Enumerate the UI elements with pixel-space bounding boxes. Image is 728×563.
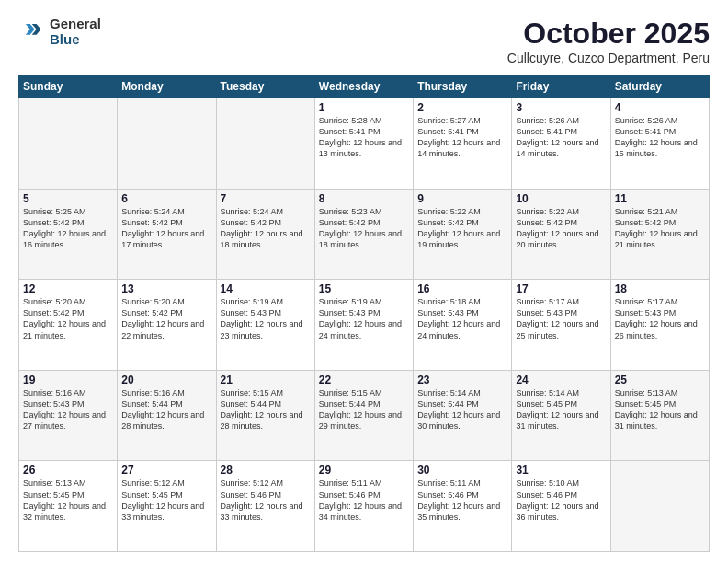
day-info: Sunrise: 5:14 AMSunset: 5:45 PMDaylight:… — [516, 387, 606, 432]
day-info: Sunrise: 5:11 AMSunset: 5:46 PMDaylight:… — [417, 477, 507, 523]
day-number: 30 — [417, 464, 507, 477]
calendar-day-cell: 11Sunrise: 5:21 AMSunset: 5:42 PMDayligh… — [610, 189, 709, 280]
page: General Blue October 2025 Cullcuyre, Cuz… — [0, 0, 728, 563]
day-number: 12 — [23, 282, 113, 295]
calendar-week-row: 1Sunrise: 5:28 AMSunset: 5:41 PMDaylight… — [19, 98, 710, 190]
day-info: Sunrise: 5:27 AMSunset: 5:41 PMDaylight:… — [417, 115, 507, 160]
calendar-day-cell: 13Sunrise: 5:20 AMSunset: 5:42 PMDayligh… — [118, 280, 216, 371]
day-number: 18 — [615, 282, 705, 295]
day-info: Sunrise: 5:17 AMSunset: 5:43 PMDaylight:… — [516, 296, 606, 341]
calendar-week-row: 26Sunrise: 5:13 AMSunset: 5:45 PMDayligh… — [19, 461, 710, 552]
svg-marker-1 — [26, 23, 35, 34]
weekday-header: Friday — [512, 75, 610, 98]
day-info: Sunrise: 5:16 AMSunset: 5:43 PMDaylight:… — [23, 387, 113, 432]
day-number: 17 — [516, 282, 606, 295]
calendar-day-cell: 19Sunrise: 5:16 AMSunset: 5:43 PMDayligh… — [19, 370, 118, 461]
day-number: 5 — [23, 192, 113, 205]
day-info: Sunrise: 5:10 AMSunset: 5:46 PMDaylight:… — [516, 477, 606, 523]
month-title: October 2025 — [507, 17, 710, 51]
day-info: Sunrise: 5:20 AMSunset: 5:42 PMDaylight:… — [121, 296, 211, 341]
day-number: 7 — [221, 192, 311, 205]
day-number: 8 — [319, 192, 409, 205]
calendar-header-row: SundayMondayTuesdayWednesdayThursdayFrid… — [19, 75, 710, 98]
calendar-day-cell: 3Sunrise: 5:26 AMSunset: 5:41 PMDaylight… — [512, 98, 610, 190]
day-info: Sunrise: 5:13 AMSunset: 5:45 PMDaylight:… — [23, 477, 113, 523]
calendar-day-cell: 28Sunrise: 5:12 AMSunset: 5:46 PMDayligh… — [216, 461, 314, 552]
day-info: Sunrise: 5:25 AMSunset: 5:42 PMDaylight:… — [23, 206, 113, 251]
logo-text: General Blue — [50, 17, 101, 47]
day-info: Sunrise: 5:18 AMSunset: 5:43 PMDaylight:… — [417, 296, 507, 341]
calendar-day-cell: 1Sunrise: 5:28 AMSunset: 5:41 PMDaylight… — [314, 98, 413, 190]
day-info: Sunrise: 5:17 AMSunset: 5:43 PMDaylight:… — [615, 296, 705, 341]
day-info: Sunrise: 5:22 AMSunset: 5:42 PMDaylight:… — [516, 206, 606, 251]
logo-icon — [18, 19, 44, 45]
calendar-week-row: 19Sunrise: 5:16 AMSunset: 5:43 PMDayligh… — [19, 370, 710, 461]
day-info: Sunrise: 5:22 AMSunset: 5:42 PMDaylight:… — [417, 206, 507, 251]
day-number: 4 — [615, 101, 705, 114]
location-subtitle: Cullcuyre, Cuzco Department, Peru — [507, 51, 710, 65]
calendar-week-row: 5Sunrise: 5:25 AMSunset: 5:42 PMDaylight… — [19, 189, 710, 280]
day-number: 25 — [615, 373, 705, 386]
weekday-header: Monday — [118, 75, 216, 98]
day-number: 22 — [319, 373, 409, 386]
day-info: Sunrise: 5:14 AMSunset: 5:44 PMDaylight:… — [417, 387, 507, 432]
calendar-day-cell: 8Sunrise: 5:23 AMSunset: 5:42 PMDaylight… — [314, 189, 413, 280]
calendar-day-cell — [19, 98, 118, 190]
calendar-day-cell: 6Sunrise: 5:24 AMSunset: 5:42 PMDaylight… — [118, 189, 216, 280]
calendar-week-row: 12Sunrise: 5:20 AMSunset: 5:42 PMDayligh… — [19, 280, 710, 371]
calendar-day-cell: 14Sunrise: 5:19 AMSunset: 5:43 PMDayligh… — [216, 280, 314, 371]
weekday-header: Sunday — [19, 75, 118, 98]
calendar-day-cell: 5Sunrise: 5:25 AMSunset: 5:42 PMDaylight… — [19, 189, 118, 280]
calendar-day-cell: 29Sunrise: 5:11 AMSunset: 5:46 PMDayligh… — [314, 461, 413, 552]
day-number: 21 — [221, 373, 311, 386]
day-number: 26 — [23, 464, 113, 477]
day-number: 10 — [516, 192, 606, 205]
day-number: 28 — [221, 464, 311, 477]
day-info: Sunrise: 5:13 AMSunset: 5:45 PMDaylight:… — [615, 387, 705, 432]
calendar-day-cell: 7Sunrise: 5:24 AMSunset: 5:42 PMDaylight… — [216, 189, 314, 280]
calendar-day-cell: 9Sunrise: 5:22 AMSunset: 5:42 PMDaylight… — [414, 189, 512, 280]
day-number: 9 — [417, 192, 507, 205]
calendar-day-cell: 27Sunrise: 5:12 AMSunset: 5:45 PMDayligh… — [118, 461, 216, 552]
day-number: 1 — [319, 101, 409, 114]
calendar-day-cell: 22Sunrise: 5:15 AMSunset: 5:44 PMDayligh… — [314, 370, 413, 461]
day-number: 23 — [417, 373, 507, 386]
day-info: Sunrise: 5:24 AMSunset: 5:42 PMDaylight:… — [121, 206, 211, 251]
logo-blue: Blue — [50, 32, 101, 48]
day-number: 15 — [319, 282, 409, 295]
day-info: Sunrise: 5:11 AMSunset: 5:46 PMDaylight:… — [319, 477, 409, 523]
day-info: Sunrise: 5:26 AMSunset: 5:41 PMDaylight:… — [615, 115, 705, 160]
calendar-day-cell: 10Sunrise: 5:22 AMSunset: 5:42 PMDayligh… — [512, 189, 610, 280]
calendar-day-cell — [216, 98, 314, 190]
calendar-day-cell: 31Sunrise: 5:10 AMSunset: 5:46 PMDayligh… — [512, 461, 610, 552]
day-number: 31 — [516, 464, 606, 477]
calendar-day-cell: 26Sunrise: 5:13 AMSunset: 5:45 PMDayligh… — [19, 461, 118, 552]
calendar-day-cell: 17Sunrise: 5:17 AMSunset: 5:43 PMDayligh… — [512, 280, 610, 371]
calendar-day-cell: 16Sunrise: 5:18 AMSunset: 5:43 PMDayligh… — [414, 280, 512, 371]
day-number: 6 — [121, 192, 211, 205]
calendar-day-cell: 20Sunrise: 5:16 AMSunset: 5:44 PMDayligh… — [118, 370, 216, 461]
day-number: 19 — [23, 373, 113, 386]
day-info: Sunrise: 5:12 AMSunset: 5:46 PMDaylight:… — [221, 477, 311, 523]
weekday-header: Thursday — [414, 75, 512, 98]
day-number: 11 — [615, 192, 705, 205]
day-info: Sunrise: 5:24 AMSunset: 5:42 PMDaylight:… — [221, 206, 311, 251]
header: General Blue October 2025 Cullcuyre, Cuz… — [18, 17, 710, 65]
weekday-header: Tuesday — [216, 75, 314, 98]
day-number: 13 — [121, 282, 211, 295]
day-info: Sunrise: 5:16 AMSunset: 5:44 PMDaylight:… — [121, 387, 211, 432]
day-number: 3 — [516, 101, 606, 114]
logo-general: General — [50, 17, 101, 32]
day-info: Sunrise: 5:12 AMSunset: 5:45 PMDaylight:… — [121, 477, 211, 523]
day-info: Sunrise: 5:26 AMSunset: 5:41 PMDaylight:… — [516, 115, 606, 160]
calendar-table: SundayMondayTuesdayWednesdayThursdayFrid… — [18, 75, 710, 552]
logo: General Blue — [18, 17, 101, 47]
calendar-day-cell: 24Sunrise: 5:14 AMSunset: 5:45 PMDayligh… — [512, 370, 610, 461]
day-info: Sunrise: 5:20 AMSunset: 5:42 PMDaylight:… — [23, 296, 113, 341]
calendar-day-cell: 30Sunrise: 5:11 AMSunset: 5:46 PMDayligh… — [414, 461, 512, 552]
calendar-day-cell: 12Sunrise: 5:20 AMSunset: 5:42 PMDayligh… — [19, 280, 118, 371]
day-info: Sunrise: 5:15 AMSunset: 5:44 PMDaylight:… — [319, 387, 409, 432]
day-number: 20 — [121, 373, 211, 386]
calendar-day-cell: 25Sunrise: 5:13 AMSunset: 5:45 PMDayligh… — [610, 370, 709, 461]
day-number: 14 — [221, 282, 311, 295]
